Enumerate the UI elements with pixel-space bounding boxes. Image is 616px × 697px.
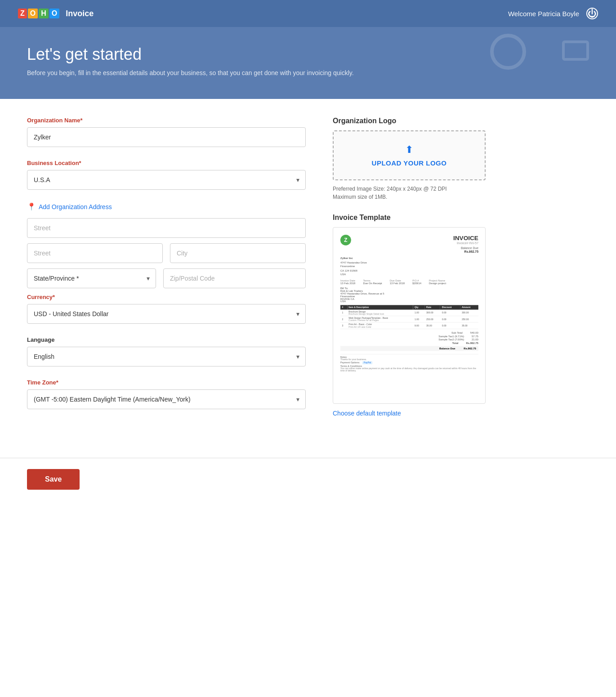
app-name: Invoice	[66, 9, 94, 18]
street2-input[interactable]	[27, 243, 163, 263]
mini-invoice-table: # Item & Description Qty Rate Discount A…	[340, 305, 478, 329]
page-subtitle: Before you begin, fill in the essential …	[27, 69, 589, 76]
mini-invoice-footer: Notes Thanks for your business. Payment …	[340, 354, 478, 372]
state-wrapper: State/Province *	[27, 268, 156, 288]
language-group: Language English	[27, 336, 306, 366]
currency-wrapper: USD - United States Dollar	[27, 304, 306, 324]
zip-input[interactable]	[163, 268, 306, 288]
template-preview-box: Z INVOICE Invoice# INV-57 Balance Due Rs…	[333, 227, 486, 404]
choose-template-link[interactable]: Choose default template	[333, 410, 401, 417]
mini-balance-header: Balance Due Rs.862.75	[453, 246, 478, 253]
invoice-template-title: Invoice Template	[333, 214, 486, 222]
org-name-label: Organization Name*	[27, 117, 306, 124]
save-button[interactable]: Save	[27, 469, 80, 490]
welcome-text: Welcome Patricia Boyle	[508, 10, 579, 18]
deco-card	[562, 40, 589, 61]
language-select[interactable]: English	[27, 347, 306, 366]
org-name-group: Organization Name*	[27, 117, 306, 147]
currency-label: Currency*	[27, 294, 306, 300]
form-section: Organization Name* Business Location* U.…	[27, 117, 306, 422]
upload-hint: Preferred Image Size: 240px x 240px @ 72…	[333, 185, 486, 201]
org-logo-title: Organization Logo	[333, 117, 486, 125]
timezone-select[interactable]: (GMT -5:00) Eastern Daylight Time (Ameri…	[27, 389, 306, 409]
header-right: Welcome Patricia Boyle ⏻	[508, 8, 598, 19]
power-icon[interactable]: ⏻	[586, 8, 598, 19]
page-footer: Save	[0, 458, 616, 500]
table-row: 2 Web Design Package/Template - BasicCus…	[340, 316, 478, 322]
add-address-label: Add Organization Address	[39, 203, 112, 210]
mini-company-info: Zylker Inc 4747 Hastandez Drive Financet…	[340, 256, 478, 277]
address-fields: State/Province *	[27, 218, 306, 288]
timezone-label: Time Zone*	[27, 379, 306, 386]
zoho-logo: Z O H O	[18, 9, 59, 18]
currency-select[interactable]: USD - United States Dollar	[27, 304, 306, 324]
logo-h: H	[39, 9, 49, 18]
mini-invoice-num: Invoice# INV-57	[453, 241, 478, 245]
mini-dates: Invoice Date 13 Feb 2018 Terms Due On Re…	[340, 279, 478, 284]
business-location-group: Business Location* U.S.A	[27, 160, 306, 190]
add-address-link[interactable]: 📍 Add Organization Address	[27, 202, 306, 211]
business-location-wrapper: U.S.A	[27, 170, 306, 190]
city-input[interactable]	[170, 243, 306, 263]
hero-decoration	[490, 34, 589, 70]
currency-group: Currency* USD - United States Dollar	[27, 294, 306, 324]
upload-box[interactable]: ⬆ UPLOAD YOUR LOGO	[333, 130, 486, 180]
street1-group	[27, 218, 306, 238]
upload-label: UPLOAD YOUR LOGO	[343, 159, 476, 167]
mini-invoice-preview: Z INVOICE Invoice# INV-57 Balance Due Rs…	[340, 235, 478, 372]
business-location-select[interactable]: U.S.A	[27, 170, 306, 190]
business-location-label: Business Location*	[27, 160, 306, 166]
mini-balance-due-bar: Balance Due Rs.862.75	[340, 346, 478, 351]
mini-bill-to: Bill To:Rob & Lab Traders4747 Hastandez …	[340, 286, 478, 303]
timezone-wrapper: (GMT -5:00) Eastern Daylight Time (Ameri…	[27, 389, 306, 409]
mini-totals: Sub Total 540.00 Sample Tax1 (9.71%) 57.…	[340, 331, 478, 344]
upload-icon: ⬆	[343, 144, 476, 156]
logo-o1: O	[28, 9, 38, 18]
mini-invoice-title: INVOICE	[453, 235, 478, 241]
logo-o2: O	[49, 9, 59, 18]
org-name-input[interactable]	[27, 127, 306, 147]
location-icon: 📍	[27, 202, 36, 211]
table-row: 1 Brochure DesignBrochure Design Single …	[340, 309, 478, 316]
table-row: 3 Print Art - Basic - ColorPrint Art 1/4…	[340, 322, 478, 329]
street2-city-row	[27, 243, 306, 263]
deco-circle	[490, 34, 526, 70]
org-logo-section: Organization Logo ⬆ UPLOAD YOUR LOGO Pre…	[333, 117, 486, 201]
right-panel: Organization Logo ⬆ UPLOAD YOUR LOGO Pre…	[333, 117, 486, 417]
language-wrapper: English	[27, 347, 306, 366]
main-content: Organization Name* Business Location* U.…	[0, 99, 616, 449]
street1-input[interactable]	[27, 218, 306, 238]
invoice-template-section: Invoice Template Z INVOICE Invoice# INV-…	[333, 214, 486, 417]
logo-z: Z	[18, 9, 27, 18]
logo-area: Z O H O Invoice	[18, 9, 94, 18]
language-label: Language	[27, 336, 306, 343]
mini-logo: Z	[340, 235, 351, 246]
app-header: Z O H O Invoice Welcome Patricia Boyle ⏻	[0, 0, 616, 27]
state-zip-row: State/Province *	[27, 268, 306, 288]
state-select[interactable]: State/Province *	[27, 268, 156, 288]
timezone-group: Time Zone* (GMT -5:00) Eastern Daylight …	[27, 379, 306, 409]
hero-banner: Let's get started Before you begin, fill…	[0, 27, 616, 99]
